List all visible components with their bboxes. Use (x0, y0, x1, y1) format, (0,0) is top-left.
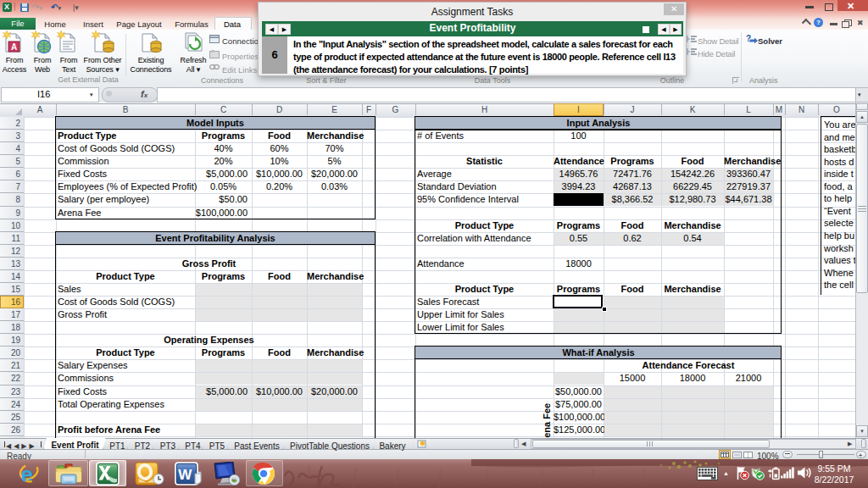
svg-text:W: W (178, 467, 192, 483)
svg-text:e: e (21, 462, 33, 487)
svg-text:sc: sc (232, 477, 237, 482)
svg-text:A: A (11, 42, 17, 52)
